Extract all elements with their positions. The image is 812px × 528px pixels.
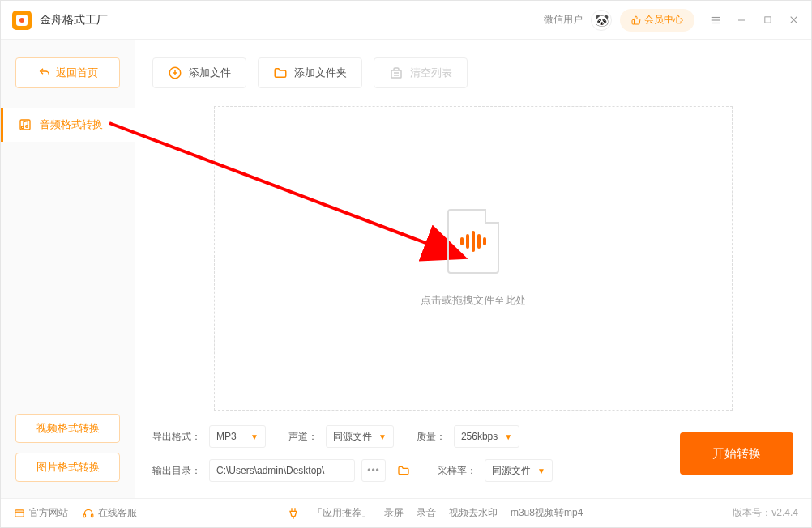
add-folder-button[interactable]: 添加文件夹	[258, 57, 362, 88]
member-center-label: 会员中心	[644, 13, 683, 27]
svg-point-9	[26, 126, 28, 128]
music-icon	[19, 118, 32, 131]
menu-button[interactable]	[709, 14, 722, 27]
format-select[interactable]: MP3▼	[209, 425, 266, 448]
back-icon	[38, 66, 51, 79]
chevron-down-icon: ▼	[378, 432, 387, 441]
svg-rect-4	[764, 17, 770, 23]
user-avatar[interactable]: 🐼	[591, 10, 612, 31]
channel-value: 同源文件	[333, 430, 372, 444]
version-text: 版本号：v2.4.4	[733, 506, 798, 520]
user-label: 微信用户	[544, 13, 583, 27]
start-convert-button[interactable]: 开始转换	[680, 432, 793, 475]
dropzone[interactable]: 点击或拖拽文件至此处	[214, 106, 733, 411]
samplerate-select[interactable]: 同源文件▼	[485, 459, 553, 482]
image-mode-button[interactable]: 图片格式转换	[15, 453, 120, 482]
chevron-down-icon: ▼	[537, 466, 545, 475]
add-folder-label: 添加文件夹	[294, 66, 347, 80]
svg-rect-21	[92, 514, 93, 517]
dropzone-hint: 点击或拖拽文件至此处	[421, 293, 526, 308]
outdir-path: C:\Users\admin\Desktop\	[209, 459, 355, 482]
svg-rect-13	[391, 70, 401, 78]
menu-icon	[710, 15, 721, 26]
close-icon	[788, 15, 799, 25]
quality-label: 质量：	[417, 430, 446, 444]
clear-icon	[389, 66, 404, 80]
svg-rect-18	[15, 509, 24, 516]
chevron-down-icon: ▼	[504, 432, 512, 441]
channel-select[interactable]: 同源文件▼	[326, 425, 394, 448]
globe-icon	[14, 508, 25, 519]
minimize-icon	[737, 15, 746, 25]
official-site-link[interactable]: 官方网站	[14, 506, 68, 520]
member-center-button[interactable]: 会员中心	[620, 9, 694, 32]
recommend-label: 「应用推荐」	[313, 506, 371, 520]
format-label: 导出格式：	[152, 430, 201, 444]
add-file-button[interactable]: 添加文件	[152, 57, 246, 88]
open-folder-button[interactable]	[392, 459, 415, 482]
clear-list-label: 清空列表	[410, 66, 452, 80]
support-link[interactable]: 在线客服	[83, 506, 137, 520]
plug-icon	[287, 507, 300, 520]
back-home-label: 返回首页	[56, 66, 98, 80]
format-value: MP3	[216, 431, 237, 442]
maximize-icon	[763, 15, 772, 24]
file-audio-icon	[447, 209, 499, 274]
video-mode-button[interactable]: 视频格式转换	[15, 414, 120, 443]
settings-bar: 导出格式： MP3▼ 声道： 同源文件▼ 质量： 256kbps▼ 输出目录：	[152, 425, 793, 498]
recommend-link-3[interactable]: 视频去水印	[449, 506, 498, 520]
official-site-label: 官方网站	[29, 506, 68, 520]
browse-button[interactable]: •••	[361, 459, 386, 482]
sidebar-item-label: 音频格式转换	[40, 117, 103, 132]
back-home-button[interactable]: 返回首页	[15, 57, 120, 88]
svg-line-17	[109, 123, 462, 257]
minimize-button[interactable]	[735, 14, 748, 27]
svg-point-8	[21, 126, 24, 129]
samplerate-value: 同源文件	[492, 464, 531, 478]
main-panel: 添加文件 添加文件夹 清空列表 点击或拖拽文件至此处	[135, 40, 811, 498]
toolbar: 添加文件 添加文件夹 清空列表	[152, 57, 793, 88]
headset-icon	[83, 508, 94, 519]
recommend-link-4[interactable]: m3u8视频转mp4	[511, 506, 583, 520]
titlebar: 金舟格式工厂 微信用户 🐼 会员中心	[1, 1, 811, 40]
maximize-button[interactable]	[761, 14, 774, 27]
add-file-label: 添加文件	[189, 66, 231, 80]
channel-label: 声道：	[288, 430, 318, 444]
support-label: 在线客服	[98, 506, 137, 520]
quality-value: 256kbps	[461, 431, 498, 442]
thumbs-up-icon	[631, 15, 641, 25]
folder-icon	[397, 464, 410, 477]
footer: 官方网站 在线客服 「应用推荐」 录屏 录音 视频去水印 m3u8视频转mp4 …	[1, 498, 811, 527]
outdir-label: 输出目录：	[152, 464, 201, 478]
svg-rect-20	[83, 514, 85, 517]
app-title: 金舟格式工厂	[40, 13, 108, 28]
app-logo	[12, 11, 32, 30]
clear-list-button[interactable]: 清空列表	[374, 57, 468, 88]
recommend-link-1[interactable]: 录屏	[384, 506, 404, 520]
quality-select[interactable]: 256kbps▼	[454, 425, 519, 448]
folder-icon	[273, 66, 288, 80]
samplerate-label: 采样率：	[438, 464, 477, 478]
recommend-link-2[interactable]: 录音	[417, 506, 436, 520]
annotation-arrow	[101, 115, 490, 293]
plus-circle-icon	[168, 66, 182, 80]
chevron-down-icon: ▼	[250, 432, 259, 441]
close-button[interactable]	[787, 14, 800, 27]
